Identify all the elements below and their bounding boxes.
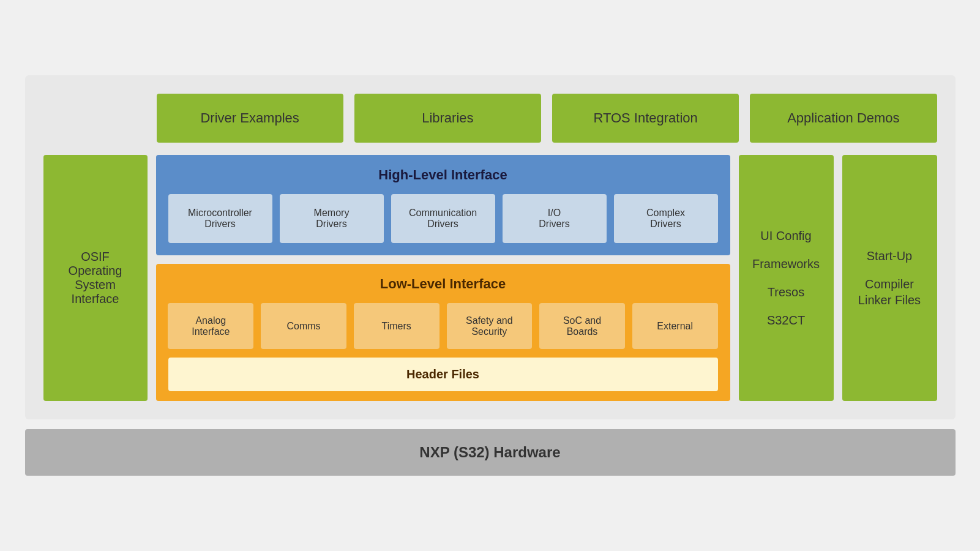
header-files-label: Header Files — [406, 367, 479, 381]
header-files-box: Header Files — [168, 358, 718, 391]
soc-boards-box: SoC and Boards — [539, 303, 625, 349]
low-level-boxes-row: Analog Interface Comms Timers Safety and… — [168, 303, 718, 349]
safety-security-box: Safety and Security — [447, 303, 533, 349]
microcontroller-drivers-box: Microcontroller Drivers — [168, 194, 272, 243]
rtos-integration-label: RTOS Integration — [593, 110, 697, 126]
complex-drivers-box: Complex Drivers — [614, 194, 718, 243]
microcontroller-drivers-label: Microcontroller Drivers — [188, 208, 252, 230]
right-col2-box: Start-Up Compiler Linker Files — [842, 155, 937, 401]
compiler-linker-label: Compiler Linker Files — [858, 276, 921, 308]
hardware-bar: NXP (S32) Hardware — [25, 429, 956, 476]
driver-examples-box: Driver Examples — [157, 94, 343, 143]
hardware-label: NXP (S32) Hardware — [419, 444, 560, 460]
right-col1-box: UI Config Frameworks Tresos S32CT — [739, 155, 834, 401]
frameworks-label: Frameworks — [752, 256, 820, 272]
memory-drivers-box: Memory Drivers — [280, 194, 384, 243]
low-level-title: Low-Level Interface — [168, 276, 718, 292]
outer-wrapper: Driver Examples Libraries RTOS Integrati… — [25, 75, 956, 476]
analog-interface-box: Analog Interface — [168, 303, 253, 349]
comms-label: Comms — [286, 321, 320, 332]
driver-boxes-row: Microcontroller Drivers Memory Drivers C… — [168, 194, 718, 243]
rtos-integration-box: RTOS Integration — [552, 94, 739, 143]
tresos-label: Tresos — [768, 284, 804, 300]
diagram-container: Driver Examples Libraries RTOS Integrati… — [25, 75, 956, 419]
libraries-box: Libraries — [354, 94, 541, 143]
high-level-title: High-Level Interface — [168, 167, 718, 183]
timers-label: Timers — [382, 321, 411, 332]
timers-box: Timers — [354, 303, 440, 349]
soc-boards-label: SoC and Boards — [563, 315, 601, 337]
io-drivers-box: I/O Drivers — [503, 194, 607, 243]
external-box: External — [632, 303, 718, 349]
comms-box: Comms — [261, 303, 346, 349]
safety-security-label: Safety and Security — [466, 315, 513, 337]
high-level-block: High-Level Interface Microcontroller Dri… — [156, 155, 730, 255]
driver-examples-label: Driver Examples — [200, 110, 299, 126]
ui-config-label: UI Config — [760, 228, 811, 244]
osif-box: OSIF Operating System Interface — [43, 155, 148, 401]
top-row: Driver Examples Libraries RTOS Integrati… — [43, 94, 937, 143]
right-column: UI Config Frameworks Tresos S32CT Start-… — [739, 155, 937, 401]
middle-row: OSIF Operating System Interface High-Lev… — [43, 155, 937, 401]
osif-label: OSIF Operating System Interface — [50, 250, 141, 306]
analog-interface-label: Analog Interface — [192, 315, 230, 337]
communication-drivers-box: Communication Drivers — [391, 194, 495, 243]
external-label: External — [657, 321, 693, 332]
memory-drivers-label: Memory Drivers — [314, 208, 350, 230]
application-demos-box: Application Demos — [750, 94, 937, 143]
application-demos-label: Application Demos — [787, 110, 899, 126]
low-level-block: Low-Level Interface Analog Interface Com… — [156, 264, 730, 401]
libraries-label: Libraries — [422, 110, 473, 126]
communication-drivers-label: Communication Drivers — [409, 208, 477, 230]
complex-drivers-label: Complex Drivers — [646, 208, 685, 230]
io-drivers-label: I/O Drivers — [539, 208, 570, 230]
s32ct-label: S32CT — [767, 312, 805, 328]
center-column: High-Level Interface Microcontroller Dri… — [156, 155, 730, 401]
start-up-label: Start-Up — [867, 248, 912, 264]
